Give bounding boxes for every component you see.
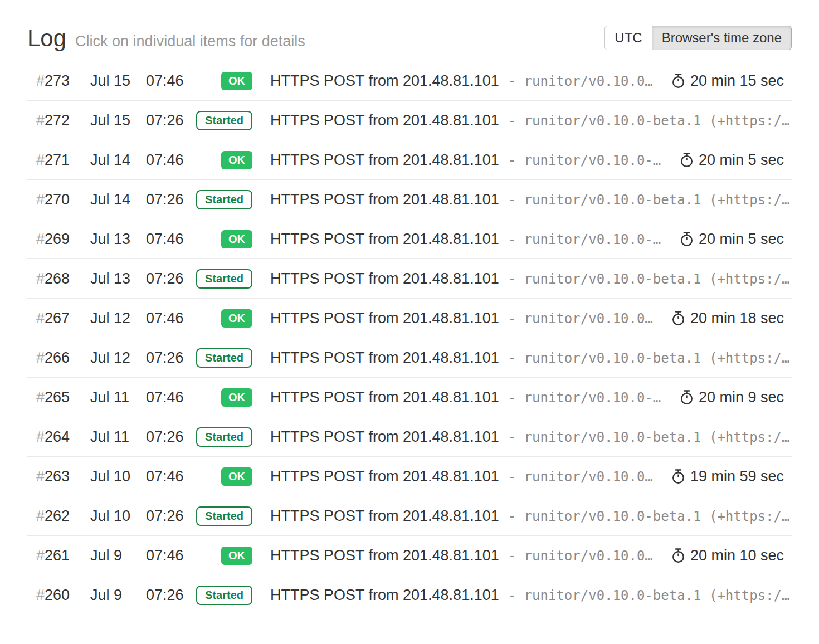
event-number-value: 273	[45, 72, 70, 89]
status-badge-cell: OK	[198, 72, 252, 90]
stopwatch-icon	[680, 389, 694, 405]
stopwatch-icon	[671, 548, 685, 563]
log-row[interactable]: #269 Jul 13 07:46 OK HTTPS POST from 201…	[27, 219, 792, 259]
event-description: HTTPS POST from 201.48.81.101- runitor/v…	[252, 112, 792, 129]
status-badge-ok: OK	[221, 388, 252, 407]
duration-text: 20 min 5 sec	[699, 231, 784, 248]
hash-prefix: #	[36, 389, 45, 406]
hash-prefix: #	[36, 310, 45, 326]
event-number: #270	[27, 191, 90, 208]
event-description: HTTPS POST from 201.48.81.101- runitor/v…	[252, 547, 665, 564]
event-time: 07:46	[146, 231, 198, 248]
log-row[interactable]: #270 Jul 14 07:26 Started HTTPS POST fro…	[27, 180, 792, 219]
event-number-value: 260	[45, 587, 70, 603]
user-agent-text: - runitor/v0.10.0…	[508, 311, 653, 326]
log-row[interactable]: #273 Jul 15 07:46 OK HTTPS POST from 201…	[27, 61, 792, 101]
log-row[interactable]: #260 Jul 9 07:26 Started HTTPS POST from…	[27, 575, 792, 615]
log-row[interactable]: #267 Jul 12 07:46 OK HTTPS POST from 201…	[27, 299, 792, 338]
event-number-value: 265	[45, 389, 70, 406]
event-number: #260	[27, 587, 90, 604]
hash-prefix: #	[36, 72, 45, 89]
event-number-value: 267	[45, 310, 70, 326]
event-source-text: HTTPS POST from 201.48.81.101	[270, 310, 499, 326]
event-date: Jul 13	[90, 270, 146, 287]
event-source-text: HTTPS POST from 201.48.81.101	[270, 547, 499, 564]
event-date: Jul 15	[90, 72, 146, 90]
hash-prefix: #	[36, 191, 45, 208]
log-row[interactable]: #265 Jul 11 07:46 OK HTTPS POST from 201…	[27, 378, 792, 417]
event-date: Jul 14	[90, 191, 146, 208]
duration-text: 20 min 5 sec	[699, 152, 784, 169]
log-row[interactable]: #264 Jul 11 07:26 Started HTTPS POST fro…	[27, 417, 792, 457]
status-badge-cell: Started	[198, 586, 252, 605]
status-badge-started: Started	[196, 190, 252, 209]
event-source-text: HTTPS POST from 201.48.81.101	[270, 389, 499, 406]
log-row[interactable]: #271 Jul 14 07:46 OK HTTPS POST from 201…	[27, 140, 792, 180]
duration-text: 20 min 10 sec	[690, 547, 784, 564]
duration-text: 20 min 18 sec	[690, 310, 784, 327]
status-badge-cell: OK	[198, 309, 252, 328]
event-number-value: 268	[45, 270, 70, 287]
event-time: 07:46	[146, 72, 198, 90]
event-number-value: 272	[45, 112, 70, 129]
browser-timezone-button[interactable]: Browser's time zone	[652, 26, 792, 50]
status-badge-ok: OK	[221, 151, 252, 169]
event-source-text: HTTPS POST from 201.48.81.101	[270, 349, 499, 366]
event-date: Jul 10	[90, 468, 146, 485]
event-time: 07:46	[146, 310, 198, 327]
event-source-text: HTTPS POST from 201.48.81.101	[270, 428, 499, 445]
event-description: HTTPS POST from 201.48.81.101- runitor/v…	[252, 587, 792, 604]
event-number: #269	[27, 231, 90, 248]
event-number-value: 261	[45, 547, 70, 564]
status-badge-cell: Started	[198, 348, 252, 368]
status-badge-started: Started	[196, 269, 252, 289]
log-row[interactable]: #263 Jul 10 07:46 OK HTTPS POST from 201…	[27, 457, 792, 496]
event-time: 07:26	[146, 349, 198, 367]
event-number-value: 271	[45, 152, 70, 168]
user-agent-text: - runitor/v0.10.0-…	[508, 390, 661, 406]
duration-cell: 20 min 10 sec	[671, 547, 792, 564]
duration-cell: 20 min 9 sec	[680, 389, 792, 406]
status-badge-cell: Started	[198, 506, 252, 526]
status-badge-cell: OK	[198, 151, 252, 169]
utc-button[interactable]: UTC	[604, 26, 652, 50]
log-row[interactable]: #268 Jul 13 07:26 Started HTTPS POST fro…	[27, 259, 792, 299]
duration-cell: 20 min 18 sec	[671, 310, 792, 327]
log-row[interactable]: #261 Jul 9 07:46 OK HTTPS POST from 201.…	[27, 536, 792, 575]
event-number: #266	[27, 349, 90, 367]
status-badge-ok: OK	[221, 309, 252, 328]
event-source-text: HTTPS POST from 201.48.81.101	[270, 468, 499, 485]
log-row[interactable]: #262 Jul 10 07:26 Started HTTPS POST fro…	[27, 496, 792, 536]
event-time: 07:26	[146, 508, 198, 525]
page-subtitle: Click on individual items for details	[75, 33, 305, 50]
user-agent-text: - runitor/v0.10.0-beta.1 (+https:/…	[508, 192, 790, 208]
duration-text: 20 min 9 sec	[699, 389, 784, 406]
event-number: #267	[27, 310, 90, 327]
event-time: 07:46	[146, 547, 198, 564]
event-date: Jul 15	[90, 112, 146, 129]
stopwatch-icon	[671, 310, 685, 326]
user-agent-text: - runitor/v0.10.0-beta.1 (+https:/…	[508, 113, 790, 129]
event-time: 07:46	[146, 468, 198, 485]
log-row[interactable]: #272 Jul 15 07:26 Started HTTPS POST fro…	[27, 101, 792, 140]
status-badge-ok: OK	[221, 467, 252, 486]
event-description: HTTPS POST from 201.48.81.101- runitor/v…	[252, 389, 673, 406]
event-description: HTTPS POST from 201.48.81.101- runitor/v…	[252, 231, 673, 248]
event-source-text: HTTPS POST from 201.48.81.101	[270, 152, 499, 168]
event-date: Jul 13	[90, 231, 146, 248]
event-time: 07:26	[146, 191, 198, 208]
event-source-text: HTTPS POST from 201.48.81.101	[270, 270, 499, 287]
log-row[interactable]: #266 Jul 12 07:26 Started HTTPS POST fro…	[27, 338, 792, 378]
stopwatch-icon	[671, 469, 685, 484]
event-date: Jul 9	[90, 587, 146, 604]
event-source-text: HTTPS POST from 201.48.81.101	[270, 191, 499, 208]
event-number-value: 270	[45, 191, 70, 208]
event-description: HTTPS POST from 201.48.81.101- runitor/v…	[252, 152, 673, 169]
event-number: #272	[27, 112, 90, 129]
event-date: Jul 11	[90, 428, 146, 446]
event-number-value: 262	[45, 508, 70, 524]
status-badge-cell: OK	[198, 230, 252, 248]
user-agent-text: - runitor/v0.10.0-…	[508, 232, 661, 247]
event-time: 07:26	[146, 587, 198, 604]
event-date: Jul 10	[90, 508, 146, 525]
